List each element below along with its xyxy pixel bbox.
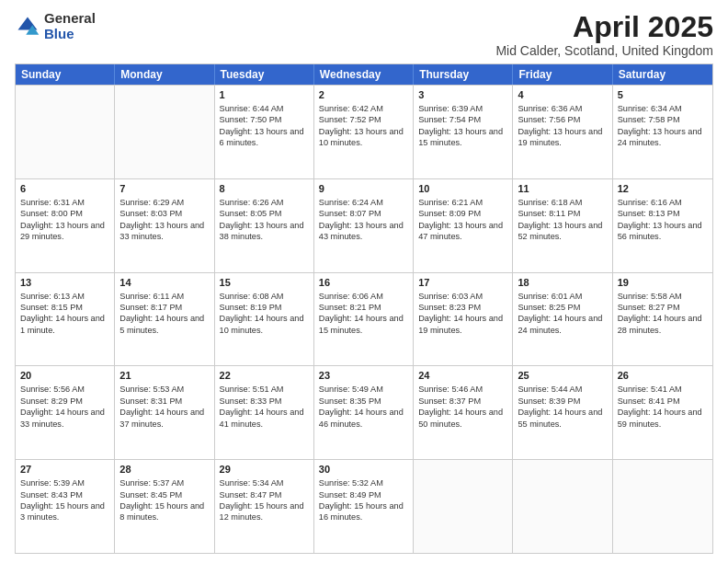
sunrise-text: Sunrise: 6:21 AM <box>418 198 483 207</box>
day-number: 27 <box>20 463 109 477</box>
calendar-week-3: 13Sunrise: 6:13 AMSunset: 8:15 PMDayligh… <box>16 272 712 366</box>
sunset-text: Sunset: 8:21 PM <box>319 303 381 312</box>
calendar-cell: 2Sunrise: 6:42 AMSunset: 7:52 PMDaylight… <box>314 86 414 178</box>
calendar-cell: 7Sunrise: 6:29 AMSunset: 8:03 PMDaylight… <box>115 179 214 272</box>
logo-general: General <box>44 11 96 27</box>
day-number: 24 <box>418 369 507 383</box>
day-number: 8 <box>220 182 309 196</box>
sunrise-text: Sunrise: 5:37 AM <box>119 478 184 488</box>
sunrise-text: Sunrise: 6:13 AM <box>20 292 85 301</box>
sunrise-text: Sunrise: 6:03 AM <box>418 292 483 301</box>
sunrise-text: Sunrise: 5:44 AM <box>518 385 582 394</box>
calendar-cell <box>513 460 612 553</box>
sunset-text: Sunset: 7:58 PM <box>618 115 680 124</box>
day-number: 2 <box>319 88 408 102</box>
day-number: 23 <box>319 369 408 383</box>
sunset-text: Sunset: 8:00 PM <box>20 209 83 218</box>
calendar-week-2: 6Sunrise: 6:31 AMSunset: 8:00 PMDaylight… <box>16 178 712 272</box>
day-number: 25 <box>518 369 607 383</box>
day-number: 10 <box>418 182 507 196</box>
sunset-text: Sunset: 8:23 PM <box>418 303 481 312</box>
sunset-text: Sunset: 8:09 PM <box>418 209 481 218</box>
sunrise-text: Sunrise: 5:53 AM <box>119 385 184 394</box>
calendar-body: 1Sunrise: 6:44 AMSunset: 7:50 PMDaylight… <box>16 85 712 553</box>
sunset-text: Sunset: 8:35 PM <box>319 396 381 406</box>
daylight-text: Daylight: 14 hours and 24 minutes. <box>518 314 602 334</box>
daylight-text: Daylight: 13 hours and 43 minutes. <box>319 221 404 241</box>
sunset-text: Sunset: 8:41 PM <box>618 396 680 406</box>
title-location: Mid Calder, Scotland, United Kingdom <box>495 43 713 58</box>
daylight-text: Daylight: 15 hours and 16 minutes. <box>319 501 404 522</box>
calendar-week-1: 1Sunrise: 6:44 AMSunset: 7:50 PMDaylight… <box>16 85 712 178</box>
day-number: 26 <box>618 369 708 383</box>
daylight-text: Daylight: 14 hours and 10 minutes. <box>220 314 304 334</box>
calendar-cell: 9Sunrise: 6:24 AMSunset: 8:07 PMDaylight… <box>314 179 414 272</box>
day-number: 19 <box>618 276 708 290</box>
calendar-cell: 3Sunrise: 6:39 AMSunset: 7:54 PMDaylight… <box>414 86 513 178</box>
sunset-text: Sunset: 8:33 PM <box>220 396 282 406</box>
day-number: 18 <box>518 276 607 290</box>
day-number: 9 <box>319 182 408 196</box>
daylight-text: Daylight: 13 hours and 33 minutes. <box>119 221 204 241</box>
calendar-cell: 28Sunrise: 5:37 AMSunset: 8:45 PMDayligh… <box>115 460 214 553</box>
daylight-text: Daylight: 13 hours and 38 minutes. <box>220 221 304 241</box>
sunrise-text: Sunrise: 6:26 AM <box>220 198 284 207</box>
day-number: 13 <box>20 276 109 290</box>
daylight-text: Daylight: 14 hours and 55 minutes. <box>518 408 602 428</box>
sunrise-text: Sunrise: 5:58 AM <box>618 292 682 301</box>
calendar-cell: 20Sunrise: 5:56 AMSunset: 8:29 PMDayligh… <box>16 366 115 459</box>
day-number: 4 <box>518 88 607 102</box>
day-number: 3 <box>418 88 507 102</box>
sunset-text: Sunset: 8:15 PM <box>20 303 83 312</box>
calendar-cell <box>115 86 214 178</box>
sunrise-text: Sunrise: 5:56 AM <box>20 385 85 394</box>
day-number: 6 <box>20 182 109 196</box>
sunset-text: Sunset: 8:31 PM <box>119 396 182 406</box>
sunrise-text: Sunrise: 5:34 AM <box>220 478 284 488</box>
calendar-cell: 18Sunrise: 6:01 AMSunset: 8:25 PMDayligh… <box>513 273 612 366</box>
calendar-cell: 27Sunrise: 5:39 AMSunset: 8:43 PMDayligh… <box>16 460 115 553</box>
calendar-cell: 14Sunrise: 6:11 AMSunset: 8:17 PMDayligh… <box>115 273 214 366</box>
calendar-cell <box>613 460 712 553</box>
daylight-text: Daylight: 13 hours and 6 minutes. <box>220 127 304 147</box>
daylight-text: Daylight: 13 hours and 15 minutes. <box>418 127 503 147</box>
sunrise-text: Sunrise: 5:39 AM <box>20 478 85 488</box>
sunrise-text: Sunrise: 6:31 AM <box>20 198 85 207</box>
daylight-text: Daylight: 13 hours and 19 minutes. <box>518 127 602 147</box>
day-number: 28 <box>119 463 209 477</box>
calendar-cell <box>16 86 115 178</box>
calendar-week-4: 20Sunrise: 5:56 AMSunset: 8:29 PMDayligh… <box>16 365 712 459</box>
sunrise-text: Sunrise: 6:34 AM <box>618 104 682 113</box>
title-block: April 2025 Mid Calder, Scotland, United … <box>495 11 713 58</box>
calendar-cell: 24Sunrise: 5:46 AMSunset: 8:37 PMDayligh… <box>414 366 513 459</box>
sunrise-text: Sunrise: 5:46 AM <box>418 385 483 394</box>
calendar-cell: 5Sunrise: 6:34 AMSunset: 7:58 PMDaylight… <box>613 86 712 178</box>
calendar-cell <box>414 460 513 553</box>
calendar-header-saturday: Saturday <box>613 64 712 85</box>
sunrise-text: Sunrise: 6:36 AM <box>518 104 582 113</box>
day-number: 17 <box>418 276 507 290</box>
day-number: 7 <box>119 182 209 196</box>
daylight-text: Daylight: 15 hours and 12 minutes. <box>220 501 304 522</box>
sunset-text: Sunset: 8:43 PM <box>20 490 83 500</box>
day-number: 22 <box>220 369 309 383</box>
sunset-text: Sunset: 8:47 PM <box>220 490 282 500</box>
sunrise-text: Sunrise: 6:06 AM <box>319 292 383 301</box>
header: General Blue April 2025 Mid Calder, Scot… <box>15 11 713 58</box>
sunset-text: Sunset: 8:49 PM <box>319 490 381 500</box>
daylight-text: Daylight: 13 hours and 24 minutes. <box>618 127 702 147</box>
day-number: 29 <box>220 463 309 477</box>
day-number: 1 <box>220 88 309 102</box>
day-number: 15 <box>220 276 309 290</box>
sunrise-text: Sunrise: 5:49 AM <box>319 385 383 394</box>
sunset-text: Sunset: 8:39 PM <box>518 396 580 406</box>
daylight-text: Daylight: 14 hours and 33 minutes. <box>20 408 105 428</box>
calendar: SundayMondayTuesdayWednesdayThursdayFrid… <box>15 63 713 554</box>
calendar-header-row: SundayMondayTuesdayWednesdayThursdayFrid… <box>16 64 712 85</box>
sunset-text: Sunset: 7:50 PM <box>220 115 282 124</box>
daylight-text: Daylight: 15 hours and 8 minutes. <box>119 501 204 522</box>
calendar-cell: 8Sunrise: 6:26 AMSunset: 8:05 PMDaylight… <box>215 179 314 272</box>
sunset-text: Sunset: 7:54 PM <box>418 115 481 124</box>
sunrise-text: Sunrise: 6:24 AM <box>319 198 383 207</box>
calendar-cell: 6Sunrise: 6:31 AMSunset: 8:00 PMDaylight… <box>16 179 115 272</box>
